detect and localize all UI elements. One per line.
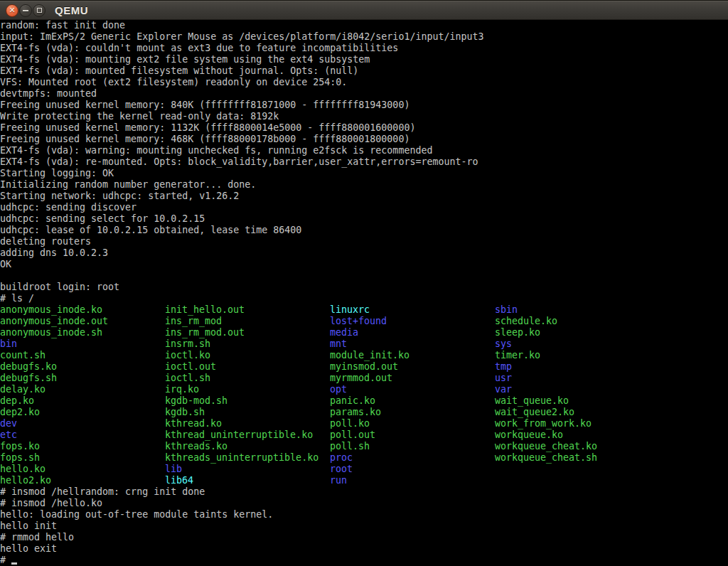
- terminal-line: Freeing unused kernel memory: 468K (ffff…: [0, 134, 728, 145]
- ls-entry: run: [330, 475, 347, 486]
- ls-entry: dep2.ko: [0, 407, 165, 418]
- ls-row: hello.kolibroot: [0, 464, 728, 475]
- terminal-line: VFS: Mounted root (ext2 filesystem) read…: [0, 77, 728, 88]
- ls-entry: sbin: [495, 304, 518, 316]
- ls-entry: myrmmod.out: [330, 373, 495, 384]
- ls-entry: timer.ko: [495, 350, 540, 361]
- terminal-line: Starting network: udhcpc: started, v1.26…: [0, 191, 728, 202]
- terminal-line: Freeing unused kernel memory: 1132K (fff…: [0, 122, 728, 134]
- maximize-button[interactable]: [33, 4, 46, 17]
- close-icon: ✕: [9, 6, 15, 14]
- terminal-line: [0, 270, 728, 282]
- ls-entry: var: [495, 384, 512, 395]
- ls-entry: schedule.ko: [495, 316, 557, 327]
- ls-entry: opt: [330, 384, 495, 395]
- ls-entry: etc: [0, 429, 165, 441]
- ls-entry: anonymous_inode.ko: [0, 304, 165, 316]
- ls-row: delay.koirq.kooptvar: [0, 384, 728, 395]
- ls-entry: debugfs.sh: [0, 373, 165, 384]
- ls-entry: module_init.ko: [330, 350, 495, 361]
- terminal-line: hello init: [0, 520, 728, 532]
- ls-entry: work_from_work.ko: [495, 418, 592, 429]
- ls-entry: hello.ko: [0, 464, 165, 475]
- terminal-line: Write protecting the kernel read-only da…: [0, 111, 728, 122]
- ls-row: dep2.kokgdb.shparams.kowait_queue2.ko: [0, 407, 728, 418]
- ls-row: devkthread.kopoll.kowork_from_work.ko: [0, 418, 728, 429]
- ls-row: fops.kokthreads.kopoll.shworkqueue_cheat…: [0, 441, 728, 452]
- terminal-line: devtmpfs: mounted: [0, 88, 728, 100]
- ls-entry: proc: [330, 452, 495, 464]
- terminal-line: Starting logging: OK: [0, 168, 728, 179]
- ls-entry: mnt: [330, 338, 495, 350]
- ls-entry: ins_rm_mod: [165, 316, 330, 327]
- ls-entry: kthread.ko: [165, 418, 330, 429]
- ls-row: anonymous_inode.koinit_hello.outlinuxrcs…: [0, 304, 728, 316]
- ls-entry: anonymous_inode.out: [0, 316, 165, 327]
- close-button[interactable]: ✕: [6, 4, 18, 17]
- qemu-window: ✕ QEMU random: fast init doneinput: ImEx…: [0, 0, 728, 566]
- window-title: QEMU: [55, 4, 88, 16]
- ls-entry: init_hello.out: [165, 304, 330, 316]
- ls-entry: tmp: [495, 361, 512, 373]
- ls-row: anonymous_inode.outins_rm_modlost+founds…: [0, 316, 728, 327]
- terminal-line: udhcpc: sending discover: [0, 202, 728, 213]
- minimize-button[interactable]: [19, 4, 32, 17]
- ls-entry: anonymous_inode.sh: [0, 327, 165, 338]
- ls-entry: kthread_uninterruptible.ko: [165, 429, 330, 441]
- ls-entry: linuxrc: [330, 304, 495, 316]
- terminal-line: EXT4-fs (vda): mounted filesystem withou…: [0, 65, 728, 77]
- ls-entry: sys: [495, 338, 512, 350]
- ls-entry: bin: [0, 338, 165, 350]
- terminal-line: EXT4-fs (vda): mounting ext2 file system…: [0, 54, 728, 65]
- ls-row: dep.kokgdb-mod.shpanic.kowait_queue.ko: [0, 395, 728, 407]
- terminal-line: adding dns 10.0.2.3: [0, 247, 728, 259]
- ls-entry: kgdb-mod.sh: [165, 395, 330, 407]
- ls-entry: kgdb.sh: [165, 407, 330, 418]
- titlebar[interactable]: ✕ QEMU: [0, 0, 728, 20]
- ls-row: hello2.kolib64run: [0, 475, 728, 486]
- terminal-line: # insmod /hellrandom: crng init done: [0, 486, 728, 498]
- ls-row: debugfs.koioctl.outmyinsmod.outtmp: [0, 361, 728, 373]
- ls-row: count.shioctl.komodule_init.kotimer.ko: [0, 350, 728, 361]
- ls-entry: sleep.ko: [495, 327, 540, 338]
- terminal-line: deleting routers: [0, 236, 728, 247]
- ls-entry: dev: [0, 418, 165, 429]
- ls-entry: lib64: [165, 475, 330, 486]
- ls-entry: poll.out: [330, 429, 495, 441]
- terminal-line: Initializing random number generator... …: [0, 179, 728, 191]
- ls-entry: fops.sh: [0, 452, 165, 464]
- ls-entry: ins_rm_mod.out: [165, 327, 330, 338]
- ls-entry: insrm.sh: [165, 338, 330, 350]
- ls-entry: hello2.ko: [0, 475, 165, 486]
- ls-entry: ioctl.out: [165, 361, 330, 373]
- ls-entry: panic.ko: [330, 395, 495, 407]
- ls-entry: debugfs.ko: [0, 361, 165, 373]
- ls-entry: workqueue.ko: [495, 429, 563, 441]
- prompt-line: #: [0, 555, 728, 566]
- ls-row: etckthread_uninterruptible.kopoll.outwor…: [0, 429, 728, 441]
- ls-row: anonymous_inode.shins_rm_mod.outmediasle…: [0, 327, 728, 338]
- ls-entry: dep.ko: [0, 395, 165, 407]
- ls-entry: myinsmod.out: [330, 361, 495, 373]
- ls-entry: poll.ko: [330, 418, 495, 429]
- ls-entry: count.sh: [0, 350, 165, 361]
- terminal-line: EXT4-fs (vda): re-mounted. Opts: block_v…: [0, 156, 728, 168]
- terminal-line: # rmmod hello: [0, 532, 728, 543]
- terminal-line: input: ImExPS/2 Generic Explorer Mouse a…: [0, 31, 728, 43]
- ls-row: bininsrm.shmntsys: [0, 338, 728, 350]
- terminal-cursor: [11, 562, 17, 565]
- ls-entry: usr: [495, 373, 512, 384]
- terminal-line: udhcpc: sending select for 10.0.2.15: [0, 213, 728, 225]
- ls-entry: ioctl.ko: [165, 350, 330, 361]
- terminal-line: EXT4-fs (vda): warning: mounting uncheck…: [0, 145, 728, 156]
- ls-entry: kthreads.ko: [165, 441, 330, 452]
- ls-entry: wait_queue2.ko: [495, 407, 574, 418]
- ls-entry: params.ko: [330, 407, 495, 418]
- terminal-screen[interactable]: random: fast init doneinput: ImExPS/2 Ge…: [0, 20, 728, 566]
- terminal-line: # ls /: [0, 293, 728, 304]
- ls-entry: ioctl.sh: [165, 373, 330, 384]
- terminal-line: random: fast init done: [0, 20, 728, 31]
- ls-entry: irq.ko: [165, 384, 330, 395]
- terminal-line: hello: loading out-of-tree module taints…: [0, 509, 728, 520]
- ls-entry: media: [330, 327, 495, 338]
